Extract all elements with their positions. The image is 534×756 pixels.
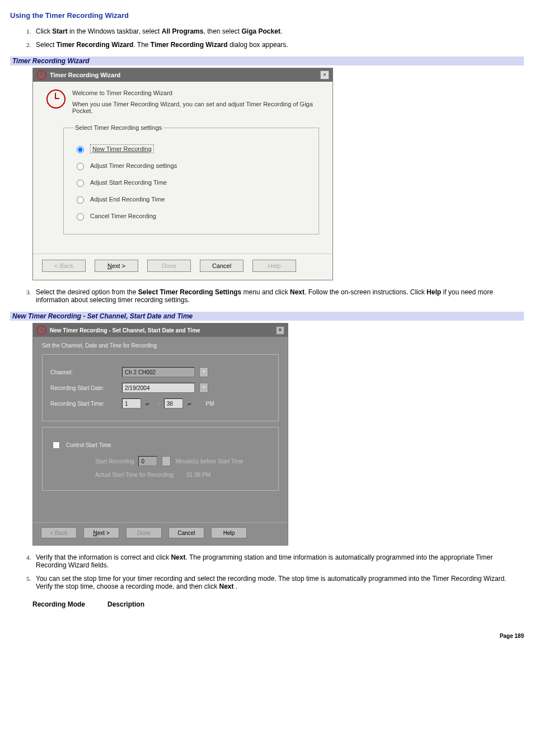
step-4: Verify that the information is correct a… — [32, 553, 524, 569]
chevron-down-icon: ▼ — [162, 456, 171, 466]
start-time-label: Recording Start Time: — [50, 401, 118, 407]
actual-start-label: Actual Start Time for Recording: — [95, 472, 175, 478]
intro-text-2: When you use Timer Recording Wizard, you… — [72, 101, 319, 114]
chevron-down-icon[interactable]: ▼ — [199, 367, 208, 377]
page-number: Page 189 — [500, 633, 524, 639]
start-recording-suffix: Minute(s) before Start Time — [175, 458, 243, 464]
control-start-checkbox[interactable] — [53, 442, 60, 449]
radio-group-legend: Select Timer Recording settings — [74, 124, 163, 131]
dialog-titlebar: New Timer Recording - Set Channel, Start… — [33, 323, 288, 337]
radio-input[interactable] — [77, 180, 84, 187]
radio-input[interactable] — [77, 146, 84, 153]
done-button: Done — [126, 527, 162, 538]
dialog-title-text: Timer Recording Wizard — [50, 72, 120, 78]
channel-label: Channel: — [50, 369, 118, 375]
start-recording-label: Start Recording — [95, 458, 134, 464]
spinner-icon[interactable] — [146, 402, 153, 406]
minute-input[interactable]: 38 — [164, 398, 183, 408]
radio-adjust-end[interactable]: Adjust End Recording Time — [74, 195, 308, 204]
section-heading: Using the Timer Recording Wizard — [10, 11, 524, 20]
clock-icon — [36, 70, 46, 80]
close-icon[interactable]: × — [320, 71, 329, 79]
radio-input[interactable] — [77, 196, 84, 204]
recording-mode-table: Recording Mode Description — [32, 598, 167, 611]
clock-icon — [36, 325, 46, 335]
radio-adjust-start[interactable]: Adjust Start Recording Time — [74, 178, 308, 187]
dialog-subtitle: Set the Channel, Date and Time for Recor… — [42, 342, 279, 349]
radio-new-timer[interactable]: New Timer Recording — [74, 144, 308, 153]
start-date-label: Recording Start Date: — [50, 385, 118, 391]
step-3: Select the desired option from the Selec… — [32, 288, 524, 304]
figure-caption-2: New Timer Recording - Set Channel, Start… — [10, 312, 524, 321]
next-button[interactable]: Next > — [83, 527, 119, 538]
back-button: < Back — [42, 260, 86, 272]
back-button: < Back — [41, 527, 77, 538]
radio-adjust-settings[interactable]: Adjust Timer Recording settings — [74, 161, 308, 170]
dialog-title-text: New Timer Recording - Set Channel, Start… — [50, 327, 200, 334]
radio-group: Select Timer Recording settings New Time… — [63, 124, 319, 234]
dialog-titlebar: Timer Recording Wizard × — [33, 68, 332, 82]
done-button: Done — [147, 260, 191, 272]
start-date-field[interactable]: 2/19/2004 — [122, 383, 195, 393]
clock-icon — [46, 90, 65, 109]
step-2: Select Timer Recording Wizard. The Timer… — [32, 41, 524, 49]
control-start-label: Control Start Time — [66, 442, 111, 448]
hour-input[interactable]: 1 — [122, 398, 141, 408]
radio-input[interactable] — [77, 213, 84, 220]
step-1: Click Start in the Windows taskbar, sele… — [32, 27, 524, 35]
next-button[interactable]: Next > — [95, 260, 138, 272]
step-5: You can set the stop time for your timer… — [32, 575, 524, 590]
dialog-new-timer-recording: New Timer Recording - Set Channel, Start… — [32, 323, 288, 546]
dialog-timer-recording-wizard: Timer Recording Wizard × Welcome to Time… — [32, 68, 333, 280]
cancel-button[interactable]: Cancel — [200, 260, 243, 272]
start-recording-input: 0 — [138, 456, 157, 466]
radio-cancel-timer[interactable]: Cancel Timer Recording — [74, 212, 308, 220]
channel-select[interactable]: Ch 2 CH002 — [122, 367, 195, 377]
intro-text-1: Welcome to Timer Recording Wizard — [72, 90, 319, 96]
cancel-button[interactable]: Cancel — [168, 527, 204, 538]
help-button[interactable]: Help — [252, 260, 296, 272]
radio-input[interactable] — [77, 163, 84, 170]
ampm-label: PM — [206, 401, 214, 407]
actual-start-value: 01:38 PM — [186, 472, 210, 478]
close-icon[interactable]: × — [276, 326, 284, 335]
help-button[interactable]: Help — [211, 527, 247, 538]
chevron-down-icon[interactable]: ▼ — [199, 383, 208, 393]
table-header-desc: Description — [107, 598, 167, 611]
spinner-icon[interactable] — [188, 402, 195, 406]
table-header-mode: Recording Mode — [32, 598, 107, 611]
figure-caption-1: Timer Recording Wizard — [10, 57, 524, 65]
